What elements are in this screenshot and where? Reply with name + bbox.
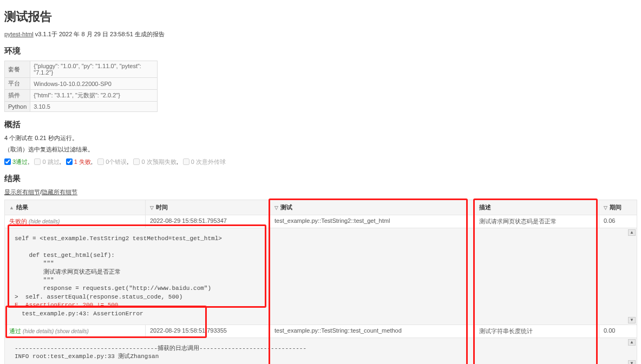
show-all-link[interactable]: 显示所有细节	[4, 189, 40, 195]
log-output: self = <test_example.TestString2 testMet…	[9, 230, 632, 322]
col-desc-header[interactable]: 描述	[475, 200, 599, 215]
hide-all-link[interactable]: 隐藏所有细节	[42, 189, 77, 195]
filter-skip-label: 0 跳过	[42, 158, 59, 165]
col-result-header[interactable]: ▲结果	[5, 200, 146, 215]
desc-cell: 测试字符串长度统计	[475, 325, 599, 337]
log-row: ----------------------------------------…	[5, 337, 637, 364]
env-table: 套餐{"pluggy": "1.0.0", "py": "1.11.0", "p…	[4, 61, 158, 112]
summary-run-line: 4 个测试在 0.21 秒内运行。	[4, 134, 637, 142]
env-key: 平台	[5, 78, 30, 90]
env-heading: 环境	[4, 46, 637, 56]
log-output: ----------------------------------------…	[9, 340, 632, 364]
dur-cell: 0.06	[599, 215, 637, 228]
summary-heading: 概括	[4, 120, 637, 130]
sort-asc-icon: ▲	[9, 205, 14, 210]
summary-filter-hint: （取消）选中复选框以过滤结果。	[4, 145, 637, 154]
filter-skip-checkbox[interactable]	[34, 158, 41, 165]
test-cell: test_example.py::TestString2::test_get_h…	[270, 215, 475, 228]
filter-line: 3通过, 0 跳过, 1 失败, 0个错误, 0 次预期失败, 0 次意外传球	[4, 158, 637, 166]
sort-icon: ▽	[150, 205, 154, 210]
page-title: 测试报告	[4, 9, 637, 25]
table-row: 通过 (hide details) (show details) 2022-08…	[5, 325, 637, 337]
filter-xf-checkbox[interactable]	[133, 158, 140, 165]
filter-pass-label: 3通过	[12, 158, 28, 165]
results-heading: 结果	[4, 174, 637, 184]
filter-pass-checkbox[interactable]	[4, 158, 11, 165]
filter-fail-label: 1 失败	[74, 158, 91, 165]
env-val: Windows-10-10.0.22000-SP0	[30, 78, 158, 90]
env-val: {"html": "3.1.1", "元数据": "2.0.2"}	[30, 90, 158, 102]
result-label: 失败的	[9, 218, 27, 224]
filter-xp-label: 0 次意外传球	[191, 158, 226, 165]
pytest-html-link[interactable]: pytest-html	[4, 31, 34, 37]
dur-cell: 0.00	[599, 325, 637, 337]
env-val: {"pluggy": "1.0.0", "py": "1.11.0", "pyt…	[30, 61, 158, 78]
col-dur-header[interactable]: ▽期间	[599, 200, 637, 215]
scroll-down-icon[interactable]: ▼	[628, 360, 636, 364]
filter-xp-checkbox[interactable]	[183, 158, 189, 165]
log-row: self = <test_example.TestString2 testMet…	[5, 228, 637, 325]
env-val: 3.10.5	[30, 102, 158, 112]
time-cell: 2022-08-29 15:58:51.795347	[146, 215, 270, 228]
env-key: Python	[5, 102, 30, 112]
scroll-down-icon[interactable]: ▼	[628, 317, 636, 323]
filter-xf-label: 0 次预期失败	[141, 158, 176, 165]
detail-toggle[interactable]: (hide details) (show details)	[23, 328, 89, 334]
scroll-up-icon[interactable]: ▲	[628, 229, 636, 236]
table-row: 失败的 (hide details) 2022-08-29 15:58:51.7…	[5, 215, 637, 228]
toggle-links: 显示所有细节/隐藏所有细节	[4, 188, 637, 196]
generated-line: pytest-html v3.1.1于 2022 年 8 月 29 日 23:5…	[4, 30, 637, 38]
generated-text: v3.1.1于 2022 年 8 月 29 日 23:58:51 生成的报告	[35, 31, 165, 37]
env-key: 插件	[5, 90, 30, 102]
filter-fail-checkbox[interactable]	[66, 158, 73, 165]
filter-err-checkbox[interactable]	[97, 158, 104, 165]
filter-err-label: 0个错误	[106, 158, 127, 165]
env-key: 套餐	[5, 61, 30, 78]
detail-toggle[interactable]: (hide details)	[29, 219, 60, 224]
col-time-header[interactable]: ▽时间	[146, 200, 270, 215]
sort-icon: ▽	[274, 205, 278, 210]
desc-cell: 测试请求网页状态码是否正常	[475, 215, 599, 228]
col-test-header[interactable]: ▽测试	[270, 200, 475, 215]
scroll-up-icon[interactable]: ▲	[628, 339, 636, 346]
test-cell: test_example.py::TestString::test_count_…	[270, 325, 475, 337]
time-cell: 2022-08-29 15:58:51.793355	[146, 325, 270, 337]
result-label: 通过	[9, 328, 21, 334]
sort-icon: ▽	[604, 205, 607, 210]
results-table: ▲结果 ▽时间 ▽测试 描述 ▽期间 失败的 (hide details) 20…	[4, 200, 637, 364]
